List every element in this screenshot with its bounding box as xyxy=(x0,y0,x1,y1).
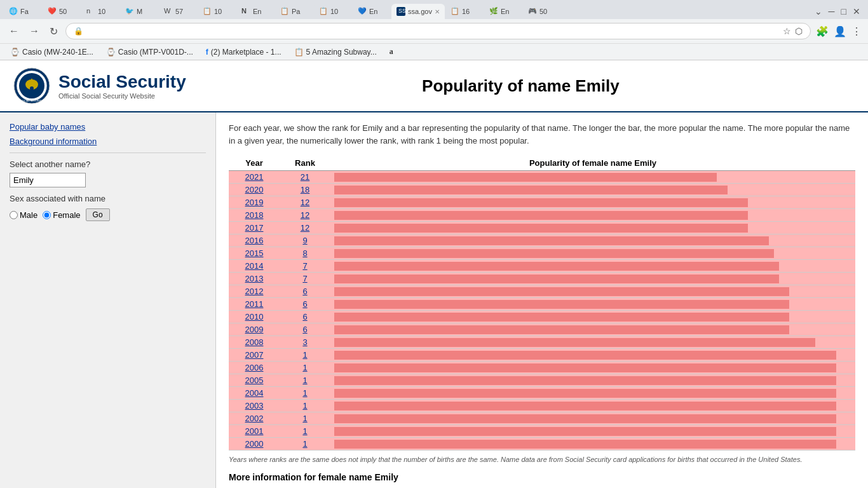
rank-cell[interactable]: 1 xyxy=(280,400,330,412)
year-cell[interactable]: 2000 xyxy=(229,438,280,451)
tab-doc2[interactable]: 📋 10 xyxy=(314,4,352,19)
tab-pa[interactable]: 📋 Pa xyxy=(275,4,313,19)
year-cell[interactable]: 2017 xyxy=(229,222,280,234)
year-cell[interactable]: 2018 xyxy=(229,209,280,222)
lock-icon: 🔒 xyxy=(74,27,83,36)
share-icon[interactable]: ⬡ xyxy=(795,26,803,36)
year-cell[interactable]: 2010 xyxy=(229,311,280,323)
bookmark-star-icon[interactable]: ☆ xyxy=(783,26,791,36)
year-cell[interactable]: 2021 xyxy=(229,171,280,184)
tab-twitter[interactable]: 🐦 M xyxy=(120,4,158,19)
go-button[interactable]: Go xyxy=(86,208,110,221)
forward-button[interactable]: → xyxy=(27,24,42,38)
year-cell[interactable]: 2012 xyxy=(229,285,280,298)
tab-doc1[interactable]: 📋 10 xyxy=(198,4,236,19)
year-cell[interactable]: 2015 xyxy=(229,247,280,260)
browser-chrome: 🌐 Fa ❤️ 50 n 10 🐦 M W 57 📋 10 N En 📋 xyxy=(0,0,868,60)
bookmark-casio1[interactable]: ⌚ Casio (MW-240-1E... xyxy=(6,46,97,58)
bookmark-marketplace[interactable]: f (2) Marketplace - 1... xyxy=(202,46,285,58)
rank-cell[interactable]: 1 xyxy=(280,374,330,387)
tab-game[interactable]: 🎮 50 xyxy=(523,4,561,19)
rank-cell[interactable]: 18 xyxy=(280,184,330,196)
tab-heart[interactable]: 💙 En xyxy=(353,4,391,19)
year-cell[interactable]: 2011 xyxy=(229,298,280,311)
minimize-icon[interactable]: ─ xyxy=(829,6,835,17)
rank-cell[interactable]: 3 xyxy=(280,336,330,349)
tab-news[interactable]: ❤️ 50 xyxy=(43,4,81,19)
background-info-link[interactable]: Background information xyxy=(10,137,206,146)
profile-icon[interactable]: 👤 xyxy=(834,25,846,37)
rank-cell[interactable]: 6 xyxy=(280,285,330,298)
year-cell[interactable]: 2020 xyxy=(229,184,280,196)
tab-label-fb: Fa xyxy=(20,8,37,15)
table-row: 20096 xyxy=(229,323,855,336)
back-button[interactable]: ← xyxy=(6,24,22,38)
extensions-icon[interactable]: 🧩 xyxy=(816,25,829,37)
year-cell[interactable]: 2001 xyxy=(229,425,280,438)
tab-notion[interactable]: N En xyxy=(236,4,275,19)
rank-cell[interactable]: 1 xyxy=(280,362,330,374)
rank-cell[interactable]: 6 xyxy=(280,311,330,323)
tab-facebook[interactable]: 🌐 Fa xyxy=(4,4,42,19)
rank-cell[interactable]: 21 xyxy=(280,171,330,184)
rank-cell[interactable]: 12 xyxy=(280,196,330,209)
bookmark-subway[interactable]: 📋 5 Amazing Subway... xyxy=(290,46,381,58)
rank-cell[interactable]: 1 xyxy=(280,387,330,400)
bar-cell xyxy=(330,209,855,222)
tab-scroll-icon[interactable]: ⌄ xyxy=(815,6,822,17)
year-cell[interactable]: 2004 xyxy=(229,387,280,400)
male-radio-label[interactable]: Male xyxy=(10,210,37,220)
table-row: 20083 xyxy=(229,336,855,349)
bar-cell xyxy=(330,438,855,451)
rank-cell[interactable]: 1 xyxy=(280,438,330,451)
year-cell[interactable]: 2014 xyxy=(229,260,280,273)
year-cell[interactable]: 2009 xyxy=(229,323,280,336)
tab-en1[interactable]: 🌿 En xyxy=(484,4,522,19)
maximize-icon[interactable]: □ xyxy=(841,6,846,17)
rank-cell[interactable]: 1 xyxy=(280,412,330,425)
year-cell[interactable]: 2005 xyxy=(229,374,280,387)
close-window-icon[interactable]: ✕ xyxy=(853,6,860,17)
tab-ssa-active[interactable]: SSA ssa.gov ✕ xyxy=(391,4,445,19)
rank-cell[interactable]: 12 xyxy=(280,222,330,234)
site-header: SOCIAL SECURITY Social Security Official… xyxy=(0,60,868,112)
bar-cell xyxy=(330,171,855,184)
table-row: 202018 xyxy=(229,184,855,196)
table-row: 201912 xyxy=(229,196,855,209)
rank-cell[interactable]: 12 xyxy=(280,209,330,222)
year-cell[interactable]: 2003 xyxy=(229,400,280,412)
rank-cell[interactable]: 6 xyxy=(280,298,330,311)
address-bar[interactable]: 🔒 ssa.gov/cgi-bin/babyname.cgi ☆ ⬡ xyxy=(65,23,811,39)
year-cell[interactable]: 2007 xyxy=(229,349,280,362)
popular-baby-names-link[interactable]: Popular baby names xyxy=(10,122,206,132)
reload-button[interactable]: ↻ xyxy=(47,24,60,39)
tab-doc3[interactable]: 📋 16 xyxy=(445,4,484,19)
female-radio-label[interactable]: Female xyxy=(43,210,80,220)
rank-cell[interactable]: 8 xyxy=(280,247,330,260)
year-cell[interactable]: 2006 xyxy=(229,362,280,374)
sidebar: Popular baby names Background informatio… xyxy=(0,112,216,488)
male-radio[interactable] xyxy=(10,211,18,219)
bar-cell xyxy=(330,222,855,234)
tab-close-icon[interactable]: ✕ xyxy=(435,8,440,15)
url-input[interactable]: ssa.gov/cgi-bin/babyname.cgi xyxy=(87,27,779,36)
female-radio[interactable] xyxy=(43,211,51,219)
name-input[interactable] xyxy=(10,173,86,187)
year-cell[interactable]: 2019 xyxy=(229,196,280,209)
year-cell[interactable]: 2008 xyxy=(229,336,280,349)
address-bar-row: ← → ↻ 🔒 ssa.gov/cgi-bin/babyname.cgi ☆ ⬡… xyxy=(0,19,868,43)
rank-cell[interactable]: 1 xyxy=(280,425,330,438)
rank-cell[interactable]: 7 xyxy=(280,260,330,273)
year-cell[interactable]: 2016 xyxy=(229,234,280,247)
rank-cell[interactable]: 6 xyxy=(280,323,330,336)
bookmark-casio2[interactable]: ⌚ Casio (MTP-V001D-... xyxy=(102,46,197,58)
rank-cell[interactable]: 7 xyxy=(280,273,330,285)
rank-cell[interactable]: 1 xyxy=(280,349,330,362)
menu-icon[interactable]: ⋮ xyxy=(851,25,862,37)
tab-wp[interactable]: W 57 xyxy=(159,4,197,19)
bookmark-amazon[interactable]: a xyxy=(386,46,397,58)
rank-cell[interactable]: 9 xyxy=(280,234,330,247)
year-cell[interactable]: 2002 xyxy=(229,412,280,425)
tab-n10[interactable]: n 10 xyxy=(81,4,119,19)
year-cell[interactable]: 2013 xyxy=(229,273,280,285)
